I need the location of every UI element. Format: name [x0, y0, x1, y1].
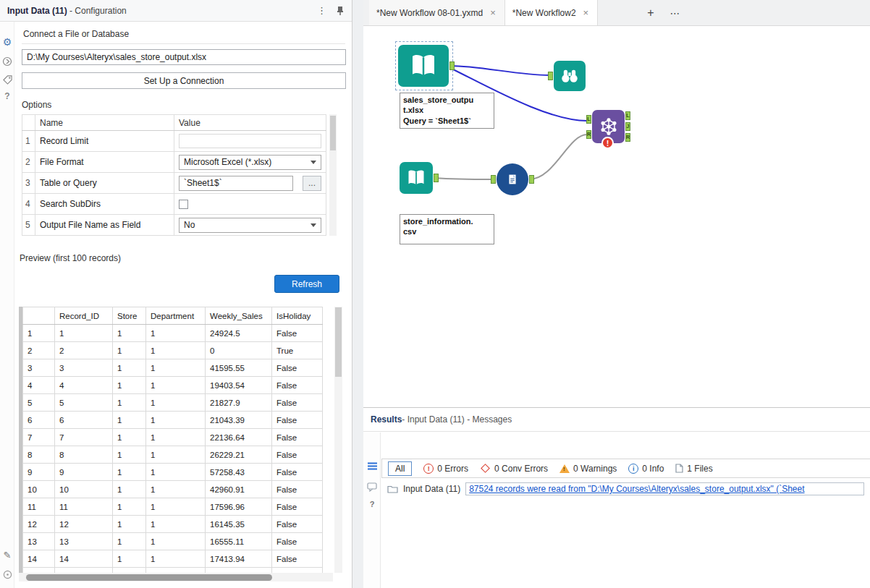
filter-errors-button[interactable]: !0 Errors: [423, 464, 468, 474]
input-anchor[interactable]: [491, 175, 496, 184]
connection-input1-browse[interactable]: [450, 66, 549, 75]
filter-files-button[interactable]: 1 Files: [675, 464, 712, 474]
option-row-table-query: 3 Table or Query `Sheet1$`...: [22, 173, 326, 194]
data-cell: 1: [113, 429, 146, 446]
preview-col-header[interactable]: Record_ID: [55, 307, 113, 325]
output-anchor[interactable]: [449, 61, 455, 70]
data-cell: 8: [55, 446, 113, 464]
join-output-left-anchor[interactable]: L: [625, 111, 630, 120]
open-book-icon: [406, 168, 426, 188]
message-list-icon[interactable]: [363, 462, 381, 470]
row-number-cell: 7: [23, 429, 55, 446]
configuration-title: Input Data (11) - Configuration: [7, 6, 308, 16]
tab-label: *New Workflow2: [512, 8, 576, 18]
filter-warnings-label: 0 Warnings: [573, 464, 617, 474]
configuration-content: Connect a File or Database Set Up a Conn…: [15, 22, 352, 588]
close-tab-icon[interactable]: ×: [582, 7, 591, 18]
join-network-icon: [596, 114, 621, 139]
output-anchor[interactable]: [434, 174, 439, 182]
data-cell: False: [272, 446, 323, 464]
filter-files-label: 1 Files: [687, 464, 712, 474]
data-cell: 9: [55, 464, 113, 481]
tag-icon[interactable]: [0, 75, 14, 85]
data-cell: 1: [146, 412, 206, 429]
row-number-cell: 11: [23, 498, 55, 516]
data-cell: 1: [146, 533, 206, 550]
more-options-icon[interactable]: ⋮: [315, 5, 329, 16]
join-left-anchor[interactable]: L: [586, 115, 591, 124]
annotation-circle-icon[interactable]: [0, 570, 14, 579]
data-cell: [272, 568, 323, 574]
table-query-input[interactable]: `Sheet1$`: [179, 176, 293, 191]
join-output-right-anchor[interactable]: R: [625, 133, 630, 142]
navigation-icon[interactable]: [0, 56, 14, 67]
data-cell: False: [272, 325, 323, 342]
row-number-cell: 15: [23, 568, 55, 574]
options-scrollbar[interactable]: [329, 114, 337, 236]
join-output-join-anchor[interactable]: J: [625, 122, 630, 131]
preview-vertical-scrollbar[interactable]: [334, 307, 342, 573]
filter-info-button[interactable]: i0 Info: [628, 464, 664, 474]
join-tool[interactable]: L R L J R !: [592, 110, 625, 143]
options-col-value[interactable]: Value: [174, 115, 326, 131]
new-workflow-button[interactable]: +: [640, 5, 661, 21]
record-limit-input[interactable]: [179, 134, 321, 148]
options-scrollbar-thumb[interactable]: [330, 116, 336, 150]
tab-new-workflow2[interactable]: *New Workflow2 ×: [505, 0, 598, 25]
output-filename-dropdown[interactable]: No: [179, 218, 321, 233]
join-right-input-anchor[interactable]: R: [586, 130, 591, 139]
preview-col-header[interactable]: Store: [113, 307, 146, 325]
help-icon[interactable]: ?: [0, 91, 14, 101]
preview-col-header[interactable]: Weekly_Sales: [206, 307, 272, 325]
input-data-tool-store[interactable]: [400, 162, 433, 194]
query-ellipsis-button[interactable]: ...: [303, 176, 321, 191]
preview-col-header[interactable]: Department: [146, 307, 206, 325]
message-row[interactable]: Input Data (11) 87524 records were read …: [381, 480, 870, 498]
connection-input2-macro[interactable]: [434, 178, 491, 179]
preview-row: 10101142960.91False: [23, 481, 323, 498]
tab-new-workflow-08-01[interactable]: *New Workflow 08-01.yxmd ×: [369, 0, 505, 25]
filter-conv-errors-button[interactable]: 0 Conv Errors: [480, 464, 548, 474]
refresh-button[interactable]: Refresh: [274, 275, 339, 293]
data-cell: 1: [113, 412, 146, 429]
warning-icon: !: [559, 464, 570, 473]
workflow-canvas[interactable]: sales_store_outpu t.xlsx Query = `Sheet1…: [363, 26, 870, 407]
preview-row: 991157258.43False: [23, 464, 323, 481]
setup-connection-button[interactable]: Set Up a Connection: [22, 72, 346, 89]
preview-horizontal-scrollbar[interactable]: [19, 573, 333, 581]
options-col-name[interactable]: Name: [35, 115, 174, 131]
connection-macro-join[interactable]: [529, 135, 587, 179]
macro-tool[interactable]: [497, 163, 528, 195]
filter-warnings-button[interactable]: !0 Warnings: [559, 464, 617, 474]
message-link[interactable]: 87524 records were read from "D:\My Cour…: [465, 482, 864, 495]
search-subdirs-checkbox[interactable]: [179, 200, 188, 209]
file-path-input[interactable]: [22, 49, 346, 65]
browse-tool[interactable]: [554, 61, 586, 91]
preview-row: 331141595.55False: [23, 359, 323, 377]
gear-icon[interactable]: ⚙: [0, 36, 14, 48]
data-cell: 15: [55, 568, 113, 574]
input-data-tool-sales[interactable]: [398, 45, 449, 87]
output-anchor[interactable]: [529, 175, 534, 184]
preview-row: 151511: [23, 568, 323, 574]
results-help-icon[interactable]: ?: [363, 500, 381, 508]
data-cell: 1: [146, 446, 206, 464]
filter-all-button[interactable]: All: [388, 461, 412, 476]
preview-label: Preview (first 100 records): [20, 253, 121, 263]
preview-col-header[interactable]: IsHoliday: [272, 307, 323, 325]
comment-icon[interactable]: [363, 482, 381, 492]
pin-icon[interactable]: [336, 6, 345, 16]
connect-section-label: Connect a File or Database: [22, 27, 345, 44]
preview-col-header[interactable]: [23, 307, 55, 325]
pencil-icon[interactable]: ✎: [0, 550, 14, 561]
tab-overflow-icon[interactable]: ⋯: [664, 6, 686, 20]
input-anchor[interactable]: [548, 72, 553, 80]
file-format-dropdown[interactable]: Microsoft Excel (*.xlsx): [179, 155, 321, 170]
preview-horizontal-scrollbar-thumb[interactable]: [26, 574, 272, 581]
preview-vertical-scrollbar-thumb[interactable]: [335, 307, 342, 377]
annotation-sales-file[interactable]: sales_store_outpu t.xlsx Query = `Sheet1…: [400, 93, 494, 129]
data-cell: 1: [146, 568, 206, 574]
close-tab-icon[interactable]: ×: [489, 7, 497, 18]
data-cell: 21827.9: [206, 394, 272, 412]
annotation-store-file[interactable]: store_information. csv: [400, 214, 494, 244]
